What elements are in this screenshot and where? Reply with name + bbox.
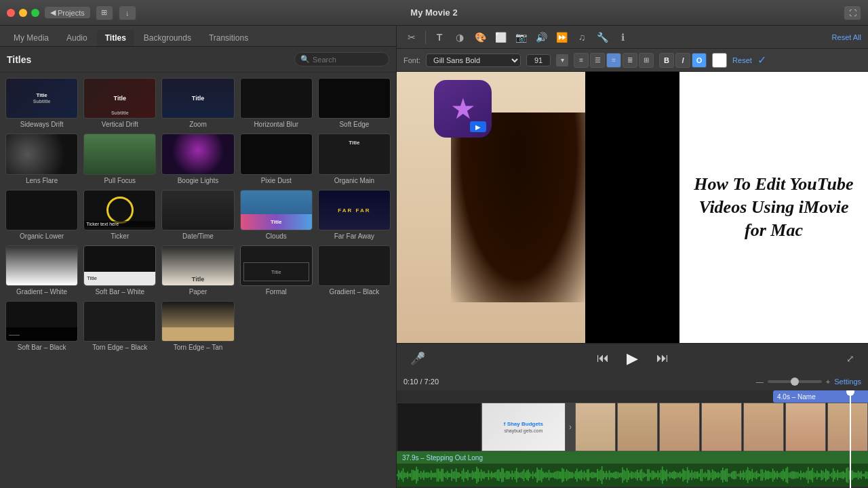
svg-rect-32	[444, 473, 446, 476]
svg-rect-38	[453, 472, 454, 479]
confirm-button[interactable]: ✓	[757, 54, 766, 66]
title-item-clouds[interactable]: TitleClouds	[239, 188, 314, 241]
back-button[interactable]: ◀ Projects	[45, 7, 90, 18]
title-label-soft-edge: Soft Edge	[339, 121, 369, 128]
play-pause-button[interactable]: ▶	[623, 349, 642, 368]
svg-rect-104	[550, 472, 551, 478]
clip-social[interactable]: f Shay Budgets shaybud gets.com	[481, 403, 566, 451]
text-tool-icon[interactable]: T	[431, 29, 448, 45]
speed-tool-icon[interactable]: ⏩	[553, 29, 570, 45]
tab-my-media[interactable]: My Media	[5, 30, 57, 46]
title-item-torn-edge-tan[interactable]: Torn Edge – Tan	[160, 300, 235, 352]
zoom-in-icon[interactable]: +	[826, 378, 830, 386]
title-item-zoom[interactable]: TitleZoom	[160, 77, 235, 129]
title-item-datetime[interactable]: Date/Time	[160, 188, 235, 241]
video-clip-2[interactable]	[617, 403, 658, 451]
camera-tool-icon[interactable]: 📷	[513, 29, 529, 45]
svg-rect-1	[398, 470, 399, 480]
title-item-sideways-drift[interactable]: TitleSubtitleSideways Drift	[4, 77, 79, 129]
video-clip-4[interactable]	[701, 403, 742, 451]
fullscreen-toggle-button[interactable]: ⤢	[846, 353, 854, 364]
stabilize-tool-icon[interactable]: 🔧	[594, 29, 610, 45]
title-label-gradient-black: Gradient – Black	[329, 288, 379, 296]
clip-dark[interactable]	[397, 403, 481, 451]
svg-rect-138	[600, 470, 601, 481]
title-item-pixie-dust[interactable]: Pixie Dust	[239, 132, 314, 185]
title-item-organic-lower[interactable]: Organic Lower	[4, 188, 79, 241]
title-item-soft-edge[interactable]: Soft Edge	[317, 77, 392, 129]
zoom-handle[interactable]	[791, 378, 799, 386]
tab-audio[interactable]: Audio	[58, 30, 96, 46]
video-clip-1[interactable]	[575, 403, 616, 451]
title-item-horizontal-blur[interactable]: Horizontal Blur	[239, 77, 314, 129]
format-buttons: B I O	[659, 53, 707, 68]
svg-rect-303	[843, 471, 844, 479]
timeline-settings-button[interactable]: Settings	[834, 378, 861, 386]
info-tool-icon[interactable]: ℹ	[614, 29, 631, 45]
svg-rect-119	[572, 472, 573, 478]
title-item-pull-focus[interactable]: Pull Focus	[82, 132, 157, 185]
close-button[interactable]	[7, 9, 15, 17]
tab-transitions[interactable]: Transitions	[201, 30, 256, 46]
align-center-button[interactable]: ☰	[590, 53, 605, 68]
filter-tool-icon[interactable]: ◑	[452, 29, 468, 45]
microphone-button[interactable]: 🎤	[410, 351, 425, 366]
title-item-formal[interactable]: TitleFormal	[239, 244, 314, 297]
video-clip-7[interactable]	[827, 403, 868, 451]
title-item-boogie-lights[interactable]: Boogie Lights	[160, 132, 235, 185]
title-item-soft-bar-white[interactable]: TitleSoft Bar – White	[82, 244, 157, 297]
video-clip-3[interactable]	[659, 403, 700, 451]
title-item-gradient-white[interactable]: Gradient – White	[4, 244, 79, 297]
title-item-lens-flare[interactable]: Lens Flare	[4, 132, 79, 185]
title-label-soft-bar-white: Soft Bar – White	[95, 288, 144, 296]
align-justify-button[interactable]: ≣	[623, 53, 637, 68]
zoom-out-icon[interactable]: —	[756, 378, 764, 386]
italic-button[interactable]: I	[675, 53, 690, 68]
align-left-button[interactable]: ≡	[574, 53, 589, 68]
svg-rect-30	[441, 469, 442, 482]
audio-waveform[interactable]	[397, 464, 868, 487]
search-box[interactable]: 🔍	[294, 52, 389, 66]
title-item-torn-edge-black[interactable]: Torn Edge – Black	[82, 300, 157, 352]
reset-format-button[interactable]: Reset	[732, 56, 752, 64]
audio-tool-icon[interactable]: 🔊	[533, 29, 549, 45]
title-item-ticker[interactable]: Ticker text hereTicker	[82, 188, 157, 241]
frame-tool-icon[interactable]: ⬜	[492, 29, 509, 45]
outline-button[interactable]: O	[692, 53, 707, 68]
video-clip-5[interactable]	[743, 403, 784, 451]
maximize-button[interactable]	[31, 9, 39, 17]
align-spread-button[interactable]: ⊞	[639, 53, 654, 68]
align-right-button[interactable]: ≡	[606, 53, 621, 68]
font-size-down-button[interactable]: ▾	[556, 54, 568, 66]
svg-rect-259	[778, 473, 780, 477]
title-item-gradient-black[interactable]: Gradient – Black	[317, 244, 392, 297]
title-item-soft-bar-black[interactable]: ——Soft Bar – Black	[4, 300, 79, 352]
bold-button[interactable]: B	[659, 53, 674, 68]
go-start-button[interactable]: ⏮	[593, 349, 612, 368]
color-swatch[interactable]	[712, 53, 727, 68]
go-end-button[interactable]: ⏭	[653, 349, 672, 368]
layout-toggle-button[interactable]: ⊞	[96, 5, 113, 20]
tab-titles[interactable]: Titles	[97, 30, 134, 46]
title-item-organic-main[interactable]: TitleOrganic Main	[317, 132, 392, 185]
title-item-vertical-drift[interactable]: TitleSubtitleVertical Drift	[82, 77, 157, 129]
svg-rect-66	[494, 472, 495, 477]
fullscreen-button[interactable]: ⛶	[844, 5, 861, 20]
font-selector[interactable]: Gill Sans Bold	[426, 54, 521, 67]
playhead[interactable]	[850, 390, 851, 488]
crop-tool-icon[interactable]: ✂	[403, 29, 420, 45]
svg-rect-306	[848, 467, 849, 483]
reset-all-button[interactable]: Reset All	[832, 33, 861, 41]
video-clip-6[interactable]	[785, 403, 826, 451]
tab-backgrounds[interactable]: Backgrounds	[136, 30, 199, 46]
title-item-far-far-away[interactable]: FAR FARFar Far Away	[317, 188, 392, 241]
title-item-paper[interactable]: TitlePaper	[160, 244, 235, 297]
music-tool-icon[interactable]: ♫	[574, 29, 590, 45]
search-input[interactable]	[313, 56, 383, 64]
share-button[interactable]: ↓	[119, 5, 136, 20]
minimize-button[interactable]	[19, 9, 27, 17]
svg-rect-272	[797, 472, 799, 479]
zoom-slider[interactable]	[768, 380, 822, 383]
font-size-input[interactable]	[526, 54, 551, 66]
color-tool-icon[interactable]: 🎨	[472, 29, 488, 45]
